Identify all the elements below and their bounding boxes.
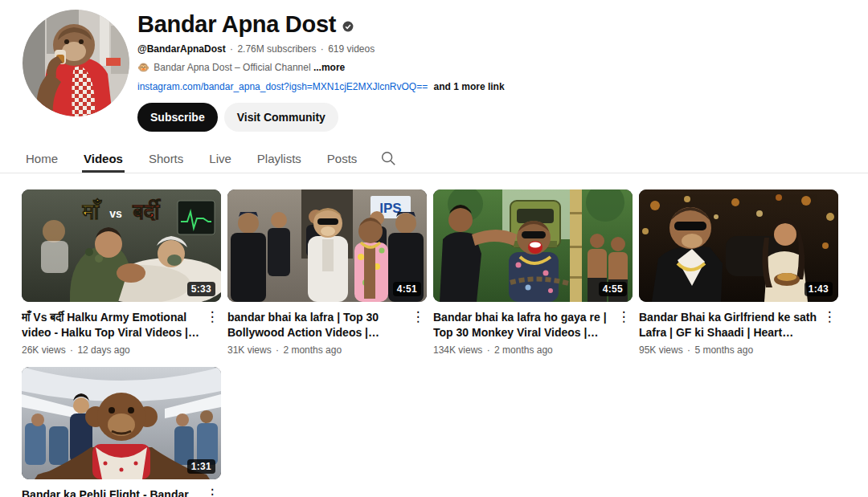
video-card: 4:55 Bandar bhai ka lafra ho gaya re | T… (433, 189, 633, 356)
thumb-overlay-word2: vs (109, 207, 122, 220)
tab-home[interactable]: Home (13, 144, 71, 173)
thumb-overlay-word3: बर्दी (133, 198, 162, 224)
avatar-monkey-drinking-tea (23, 10, 129, 116)
tab-live[interactable]: Live (196, 144, 244, 173)
upload-age: 2 months ago (494, 344, 553, 356)
tab-playlists[interactable]: Playlists (244, 144, 314, 173)
monkey-white-suit (308, 208, 348, 302)
more-expander[interactable]: ...more (313, 62, 345, 73)
video-title[interactable]: bandar bhai ka lafra | Top 30 Bollywood … (227, 310, 409, 340)
verified-badge-icon (342, 21, 354, 32)
upload-age: 5 months ago (694, 344, 753, 356)
separator: · (319, 43, 326, 55)
duration-badge: 1:43 (805, 282, 833, 296)
video-thumbnail-monkeys-bodyguards[interactable]: IPS (227, 189, 427, 302)
video-count: 619 videos (328, 43, 375, 55)
channel-tabs: Home Videos Shorts Live Playlists Posts (0, 144, 868, 173)
channel-actions: Subscribe Visit Community (137, 103, 505, 132)
separator: · (228, 43, 235, 55)
video-meta: 26K views · 12 days ago (22, 344, 221, 356)
channel-title: Bandar Apna Dost (137, 11, 336, 38)
view-count: 95K views (639, 344, 683, 356)
channel-info: Bandar Apna Dost @BandarApnaDost · 2.76M… (137, 10, 505, 132)
duration-badge: 4:55 (599, 282, 627, 296)
subscribe-button[interactable]: Subscribe (137, 103, 218, 132)
video-meta: 134K views · 2 months ago (433, 344, 633, 356)
separator: · (485, 344, 492, 356)
video-menu-icon[interactable]: ⋮ (203, 310, 221, 340)
view-count: 31K views (227, 344, 272, 356)
channel-header: Bandar Apna Dost @BandarApnaDost · 2.76M… (0, 0, 868, 132)
video-thumbnail-monkey-train-jungle[interactable]: 4:55 (433, 189, 633, 302)
more-links-label[interactable]: and 1 more link (434, 81, 505, 92)
duration-badge: 5:33 (187, 282, 215, 296)
view-count: 134K views (433, 344, 482, 356)
video-title[interactable]: Bandar Bhai ka Girlfriend ke sath Lafra … (639, 310, 821, 340)
channel-avatar[interactable] (23, 10, 129, 116)
upload-age: 2 months ago (283, 344, 342, 356)
tab-shorts[interactable]: Shorts (136, 144, 196, 173)
video-meta: 31K views · 2 months ago (227, 344, 427, 356)
channel-handle: @BandarApnaDost (137, 43, 226, 55)
video-thumbnail-monkey-airplane[interactable]: 1:31 (22, 367, 221, 479)
duration-badge: 4:51 (393, 282, 421, 296)
subscriber-count: 2.76M subscribers (237, 43, 316, 55)
video-meta: 95K views · 5 months ago (639, 344, 838, 356)
video-thumbnail-monkey-girlfriend-night[interactable]: 1:43 (639, 189, 838, 302)
video-card: 1:43 Bandar Bhai ka Girlfriend ke sath L… (639, 189, 838, 356)
channel-description[interactable]: 🐵 Bandar Apna Dost – Official Channel ..… (137, 62, 505, 73)
view-count: 26K views (22, 344, 66, 356)
monkey-emoji: 🐵 (137, 62, 149, 73)
video-menu-icon[interactable]: ⋮ (409, 310, 427, 340)
video-card: 1:31 Bandar ka Pehli Flight - Bandar Fun… (22, 367, 221, 497)
video-card: IPS (227, 189, 427, 356)
tab-posts[interactable]: Posts (314, 144, 371, 173)
tab-videos[interactable]: Videos (71, 144, 136, 173)
video-menu-icon[interactable]: ⋮ (821, 310, 838, 340)
video-title[interactable]: Bandar ka Pehli Flight - Bandar Funny Vl… (22, 487, 203, 497)
video-menu-icon[interactable]: ⋮ (203, 487, 221, 497)
separator: · (274, 344, 280, 356)
description-text: Bandar Apna Dost – Official Channel (154, 62, 310, 73)
separator: · (686, 344, 692, 356)
video-title[interactable]: Bandar bhai ka lafra ho gaya re | Top 30… (433, 310, 615, 340)
channel-links-row: instagram.com/bandar_apna_dost?igsh=MXN1… (137, 81, 505, 92)
duration-badge: 1:31 (187, 459, 215, 474)
visit-community-button[interactable]: Visit Community (224, 103, 338, 132)
instagram-link[interactable]: instagram.com/bandar_apna_dost?igsh=MXN1… (137, 81, 428, 92)
videos-grid: माँ vs बर्दी 5:33 माँ Vs बर्दी Halku Arm… (22, 189, 868, 497)
video-thumbnail-hospital-army[interactable]: माँ vs बर्दी 5:33 (22, 189, 221, 302)
search-icon (379, 149, 397, 167)
video-menu-icon[interactable]: ⋮ (615, 310, 633, 340)
separator: · (68, 344, 75, 356)
video-card: माँ vs बर्दी 5:33 माँ Vs बर्दी Halku Arm… (22, 189, 221, 356)
upload-age: 12 days ago (77, 344, 129, 356)
video-title[interactable]: माँ Vs बर्दी Halku Army Emotional video … (22, 310, 203, 340)
channel-search-button[interactable] (370, 144, 407, 173)
channel-meta-line: @BandarApnaDost · 2.76M subscribers · 61… (137, 43, 505, 55)
